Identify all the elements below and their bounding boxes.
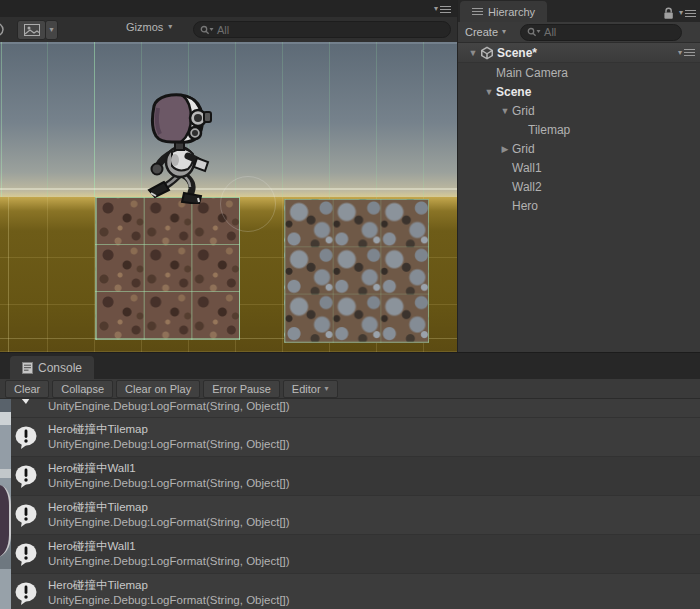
gizmos-dropdown[interactable]: Gizmos ▾ [126,21,172,33]
scene-viewport[interactable] [0,42,457,352]
scene-tabstrip: ▾ [0,0,457,17]
hierarchy-tree: ▼ Scene* ▾ Main Camera ▼ Scene ▼ Grid Ti… [458,43,700,352]
hierarchy-item-label: Wall1 [512,161,542,175]
console-tabstrip: Console [0,353,700,379]
log-stack-text: UnityEngine.Debug:LogFormat(String, Obje… [48,437,290,452]
hierarchy-item-label: Scene [496,85,531,99]
log-info-bubble-icon [14,504,38,527]
create-label: Create [465,26,498,38]
hierarchy-item-label: Grid [512,104,535,118]
background-helmet-shape [0,485,11,557]
log-message-text: Hero碰撞中Wall1 [48,539,290,554]
scene-toolbar: ▾ Gizmos ▾ All [0,17,457,43]
hierarchy-search-value: All [544,26,556,38]
hierarchy-tabstrip: Hierarchy ▾ [458,0,700,22]
scene-view-panel: ▾ ▾ Gizmos ▾ [0,0,457,352]
search-icon [200,25,214,35]
hierarchy-search-input[interactable]: All [520,24,682,41]
hierarchy-tree-item[interactable]: Tilemap [458,120,700,139]
hierarchy-tree-item[interactable]: ▶ Grid [458,139,700,158]
hierarchy-tab-label: Hierarchy [488,6,535,18]
hierarchy-toolbar: Create ▾ All [458,22,700,43]
log-stack-text: UnityEngine.Debug:LogFormat(String, Obje… [48,515,290,530]
expand-arrow-icon[interactable]: ▼ [482,87,496,97]
log-stack-text: UnityEngine.Debug:LogFormat(String, Obje… [48,400,290,412]
log-info-bubble-icon [14,582,38,605]
log-message-text: Hero碰撞中Tilemap [48,422,290,437]
audio-toggle-icon[interactable] [0,22,9,37]
hierarchy-tree-item[interactable]: ▼ Scene* ▾ [458,43,700,63]
editor-button[interactable]: Editor ▾ [283,380,338,398]
console-tab-label: Console [38,361,82,375]
hierarchy-panel: Hierarchy ▾ Create ▾ All ▼ [457,0,700,352]
background-window-sliver [0,399,11,609]
expand-arrow-icon[interactable]: ▶ [498,144,512,154]
collapse-button[interactable]: Collapse [52,380,113,398]
hierarchy-item-label: Grid [512,142,535,156]
scene-search-value: All [217,24,229,36]
log-message-text: Hero碰撞中Tilemap [48,500,290,515]
hierarchy-item-label: Main Camera [496,66,568,80]
hierarchy-tree-item[interactable]: Wall2 [458,177,700,196]
expand-arrow-icon[interactable]: ▼ [498,106,512,116]
unity-editor-window: { "colors": { "panel_bg": "#383838", "ta… [0,0,700,609]
console-log-entry[interactable]: Hero碰撞中Tilemap UnityEngine.Debug:LogForm… [0,574,700,609]
hierarchy-tree-item[interactable]: ▼ Grid [458,101,700,120]
hero-character-sprite[interactable] [142,92,214,204]
scene-panel-menu-icon[interactable]: ▾ [434,5,451,13]
effects-toggle-button[interactable] [17,20,46,40]
console-log-list[interactable]: UnityEngine.Debug:LogFormat(String, Obje… [0,399,700,609]
log-info-bubble-icon [14,465,38,488]
hierarchy-tree-item[interactable]: Wall1 [458,158,700,177]
hierarchy-item-label: Tilemap [528,123,570,137]
console-icon [22,362,33,374]
clear-button[interactable]: Clear [5,380,49,398]
scene-search-input[interactable]: All [193,21,451,38]
collider-circle-gizmo [220,176,276,232]
tilemap-grid-lines [0,42,457,202]
effects-dropdown-button[interactable]: ▾ [45,20,58,40]
console-log-entry[interactable]: Hero碰撞中Tilemap UnityEngine.Debug:LogForm… [0,418,700,457]
tab-console[interactable]: Console [10,356,94,379]
tab-hierarchy[interactable]: Hierarchy [460,1,547,22]
log-info-bubble-icon [14,426,38,449]
create-dropdown-button[interactable]: Create ▾ [465,26,506,38]
unity-logo-icon [480,46,497,60]
hierarchy-item-label: Hero [512,199,538,213]
hierarchy-tree-item[interactable]: ▼ Scene [458,82,700,101]
log-info-bubble-icon [14,543,38,566]
tilemap-platform-left[interactable] [95,197,240,340]
hierarchy-tree-item[interactable]: Hero [458,196,700,215]
log-stack-text: UnityEngine.Debug:LogFormat(String, Obje… [48,554,290,569]
console-log-entry[interactable]: Hero碰撞中Wall1 UnityEngine.Debug:LogFormat… [0,457,700,496]
log-bubble-tail [21,399,30,404]
console-panel: Console Clear Collapse Clear on Play Err… [0,352,700,609]
console-toolbar-buttons: Clear Collapse Clear on Play Error Pause… [0,379,700,399]
scene-row-menu-icon[interactable]: ▾ [678,49,695,57]
error-pause-button[interactable]: Error Pause [203,380,280,398]
console-log-entry-partial[interactable]: UnityEngine.Debug:LogFormat(String, Obje… [0,399,700,418]
expand-arrow-icon[interactable]: ▼ [466,48,480,58]
search-icon [527,27,541,37]
gizmos-label: Gizmos [126,21,163,33]
log-message-text: Hero碰撞中Tilemap [48,578,290,593]
hierarchy-panel-menu-icon[interactable]: ▾ [679,9,696,17]
hierarchy-item-label: Scene* [497,46,537,60]
lock-icon[interactable] [663,7,674,20]
console-log-entry[interactable]: Hero碰撞中Tilemap UnityEngine.Debug:LogForm… [0,496,700,535]
log-message-text: Hero碰撞中Wall1 [48,461,290,476]
hierarchy-tree-item[interactable]: Main Camera [458,63,700,82]
tilemap-platform-right[interactable] [284,199,429,343]
hierarchy-item-label: Wall2 [512,180,542,194]
clear-on-play-button[interactable]: Clear on Play [116,380,200,398]
list-icon [472,8,483,15]
console-log-entry[interactable]: Hero碰撞中Wall1 UnityEngine.Debug:LogFormat… [0,535,700,574]
log-stack-text: UnityEngine.Debug:LogFormat(String, Obje… [48,476,290,491]
log-stack-text: UnityEngine.Debug:LogFormat(String, Obje… [48,593,290,608]
image-icon [24,24,40,36]
